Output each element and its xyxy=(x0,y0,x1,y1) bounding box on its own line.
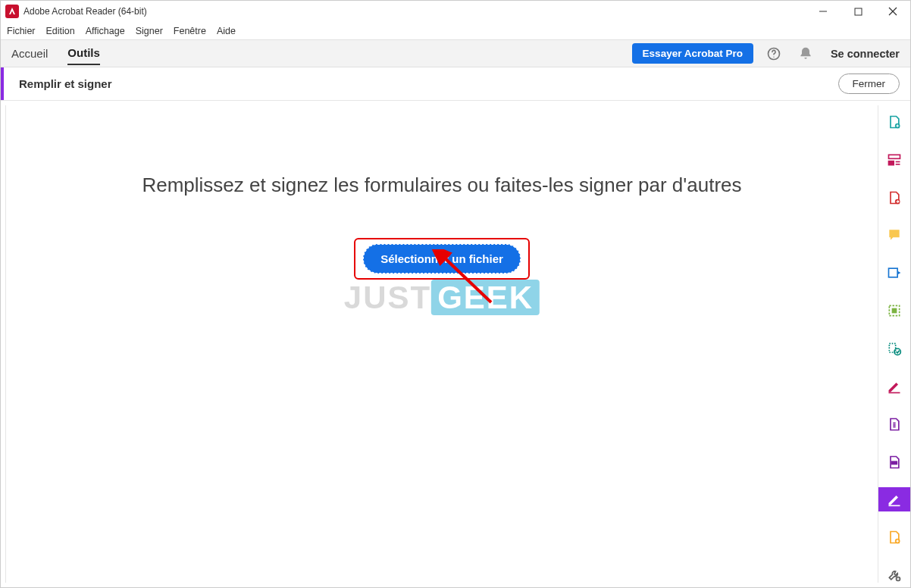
help-icon[interactable] xyxy=(762,42,785,65)
context-title: Remplir et signer xyxy=(19,77,112,90)
compress-icon[interactable] xyxy=(878,412,910,436)
menu-fichier[interactable]: Fichier xyxy=(7,26,36,36)
svg-point-5 xyxy=(773,56,774,57)
close-window-button[interactable] xyxy=(875,1,910,22)
svg-rect-8 xyxy=(889,155,900,158)
comment-icon[interactable] xyxy=(878,224,910,248)
acrobat-app-icon xyxy=(5,5,19,18)
close-panel-button[interactable]: Fermer xyxy=(838,74,900,94)
titlebar: Adobe Acrobat Reader (64-bit) xyxy=(1,1,910,22)
menu-affichage[interactable]: Affichage xyxy=(86,26,125,36)
sign-pen-icon[interactable] xyxy=(878,374,910,399)
svg-rect-13 xyxy=(889,268,898,277)
form-layout-icon[interactable] xyxy=(878,148,910,172)
page-heading: Remplissez et signez les formulaires ou … xyxy=(142,174,741,197)
more-tools-icon[interactable] xyxy=(878,563,910,587)
svg-rect-15 xyxy=(892,308,897,314)
edit-icon[interactable] xyxy=(878,336,910,361)
signin-link[interactable]: Se connecter xyxy=(831,48,900,60)
window-title: Adobe Acrobat Reader (64-bit) xyxy=(23,6,147,17)
redact-icon[interactable] xyxy=(878,450,910,474)
main-panel: JUSTGEEK Remplissez et signez les formul… xyxy=(5,105,878,583)
menu-signer[interactable]: Signer xyxy=(136,26,163,36)
tab-outils[interactable]: Outils xyxy=(67,42,100,65)
watermark-part1: JUST xyxy=(344,280,431,315)
notifications-icon[interactable] xyxy=(794,42,817,65)
svg-rect-19 xyxy=(892,461,897,464)
topbar: Accueil Outils Essayer Acrobat Pro Se co… xyxy=(1,40,910,67)
body-area: JUSTGEEK Remplissez et signez les formul… xyxy=(1,101,910,587)
menu-edition[interactable]: Edition xyxy=(46,26,75,36)
add-page-icon[interactable] xyxy=(878,525,910,549)
export-pdf-icon[interactable] xyxy=(878,186,910,210)
menu-aide[interactable]: Aide xyxy=(217,26,236,36)
svg-rect-9 xyxy=(889,161,894,164)
purple-accent xyxy=(1,67,4,100)
svg-rect-1 xyxy=(855,8,862,15)
fill-sign-icon[interactable] xyxy=(878,487,910,511)
tab-accueil[interactable]: Accueil xyxy=(11,42,48,64)
minimize-button[interactable] xyxy=(806,1,841,22)
organize-icon[interactable] xyxy=(878,299,910,323)
window-controls xyxy=(806,1,910,22)
maximize-button[interactable] xyxy=(841,1,875,22)
menu-fenetre[interactable]: Fenêtre xyxy=(174,26,206,36)
select-file-button[interactable]: Sélectionner un fichier xyxy=(363,244,521,274)
contextbar: Remplir et signer Fermer xyxy=(1,67,910,101)
try-acrobat-pro-button[interactable]: Essayer Acrobat Pro xyxy=(632,43,753,64)
help-link[interactable]: Aide xyxy=(431,302,452,314)
menubar: Fichier Edition Affichage Signer Fenêtre… xyxy=(1,22,910,40)
right-toolbar xyxy=(878,101,910,587)
create-pdf-icon[interactable] xyxy=(878,110,910,134)
send-sign-icon[interactable] xyxy=(878,261,910,285)
select-file-highlight-box: Sélectionner un fichier xyxy=(354,238,530,280)
